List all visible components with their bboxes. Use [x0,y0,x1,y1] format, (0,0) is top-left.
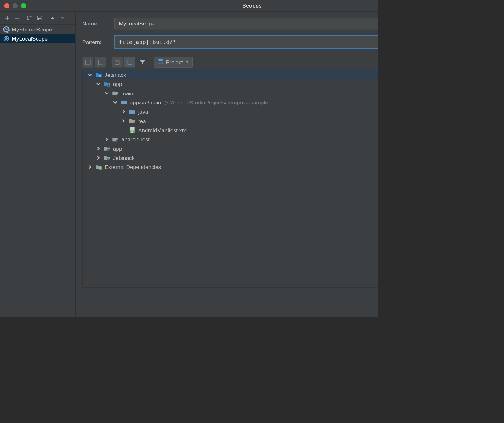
module-icon [112,136,119,143]
tree-row[interactable]: External Dependencies [83,162,378,172]
module-icon [104,145,110,152]
tree-row[interactable]: app [83,144,378,153]
svg-point-3 [5,28,9,33]
view-mode-label: Project [166,59,183,65]
chevron-down-icon: ▼ [186,60,189,64]
tree-row[interactable]: res [83,116,378,125]
view-mode-combo[interactable]: Project ▼ [154,57,193,68]
local-scope-icon [3,36,9,42]
tree-node-label: app [113,145,122,152]
tree-row[interactable]: main [83,88,378,98]
filter-button[interactable] [137,57,148,68]
tree-row[interactable]: androidTest [83,135,378,144]
tree-node-label: main [121,90,133,96]
sidebar: MySharedScope MyLocalScope [0,12,76,317]
tree-node-label: androidTest [121,136,150,143]
tree-row[interactable]: java [83,107,378,116]
scope-item-label: MySharedScope [12,26,52,32]
show-files-button[interactable] [124,57,135,68]
window-traffic-lights [0,3,26,8]
zoom-window-button[interactable] [21,3,26,8]
tree-node-label: java [138,109,148,115]
tree-toolbar: Project ▼ Scope contains 0 of total 46,5… [82,54,378,70]
tree-row[interactable]: AndroidManifest.xml [83,126,378,135]
tree-node-path: (~/AndroidStudioProjects/compose-sample [164,99,268,105]
svg-point-4 [6,29,8,31]
save-scope-button[interactable] [35,14,44,23]
sidebar-toolbar [0,12,75,24]
svg-rect-12 [158,59,163,64]
folder-icon [129,108,135,115]
scope-item-local[interactable]: MyLocalScope [0,34,75,43]
folder-icon [121,99,127,106]
scope-list: MySharedScope MyLocalScope [0,25,75,317]
legend: Recursively included Partially included [82,293,378,307]
chevron-right-icon[interactable] [104,136,110,142]
tree-node-label: Jetsnack [105,71,126,78]
close-window-button[interactable] [4,3,9,8]
tree-node-label: External Dependencies [105,164,161,170]
external-icon [95,164,102,170]
move-down-button[interactable] [58,14,67,23]
manifest-icon [129,127,135,133]
scope-item-label: MyLocalScope [12,36,48,42]
chevron-down-icon[interactable] [112,99,118,105]
move-up-button[interactable] [48,14,57,23]
scope-icon [158,59,163,66]
scope-editor: Name: Share through VCS ? Pattern: [76,12,378,317]
svg-rect-11 [128,60,132,64]
tree-node-label: AndroidManifest.xml [138,127,188,133]
add-scope-button[interactable] [3,14,12,23]
window-title: Scopes [0,3,378,9]
chevron-down-icon[interactable] [95,81,101,87]
remove-scope-button[interactable] [13,14,22,23]
res-folder-icon [129,117,135,124]
tree-row[interactable]: app [83,79,378,88]
chevron-down-icon[interactable] [104,90,110,96]
copy-scope-button[interactable] [25,14,34,23]
shared-scope-icon [3,26,9,32]
pattern-label: Pattern: [82,39,108,45]
expand-all-button[interactable] [82,57,93,68]
tree-row[interactable]: Jetsnack [83,70,378,79]
chevron-right-icon[interactable] [121,109,127,115]
show-modules-button[interactable] [112,57,123,68]
scope-item-shared[interactable]: MySharedScope [0,25,75,34]
tree-row[interactable]: Jetsnack [83,153,378,162]
project-icon [104,81,110,87]
minimize-window-button[interactable] [13,3,18,8]
chevron-down-icon[interactable] [87,72,93,78]
svg-point-6 [5,37,8,40]
tree-panel[interactable]: Jetsnackappmainapp/src/main(~/AndroidStu… [82,70,378,288]
module-icon [112,90,119,96]
tree-node-label: res [138,118,146,124]
chevron-right-icon[interactable] [87,164,93,170]
pattern-input[interactable] [119,39,378,45]
titlebar: Scopes [0,0,378,12]
tree-row[interactable]: app/src/main(~/AndroidStudioProjects/com… [83,98,378,107]
module-icon [104,155,110,161]
project-icon [95,71,102,78]
svg-rect-1 [29,17,32,20]
svg-rect-13 [159,60,162,61]
chevron-right-icon[interactable] [95,146,101,152]
tree-node-label: Jetsnack [113,155,135,161]
tree-node-label: app/src/main [130,99,161,105]
chevron-right-icon[interactable] [95,155,101,161]
tree-node-label: app [113,81,122,87]
svg-rect-2 [39,19,41,20]
chevron-right-icon[interactable] [121,118,127,124]
pattern-field-wrap [114,35,378,49]
name-input[interactable] [114,18,378,29]
collapse-all-button[interactable] [95,57,106,68]
name-label: Name: [82,20,108,27]
